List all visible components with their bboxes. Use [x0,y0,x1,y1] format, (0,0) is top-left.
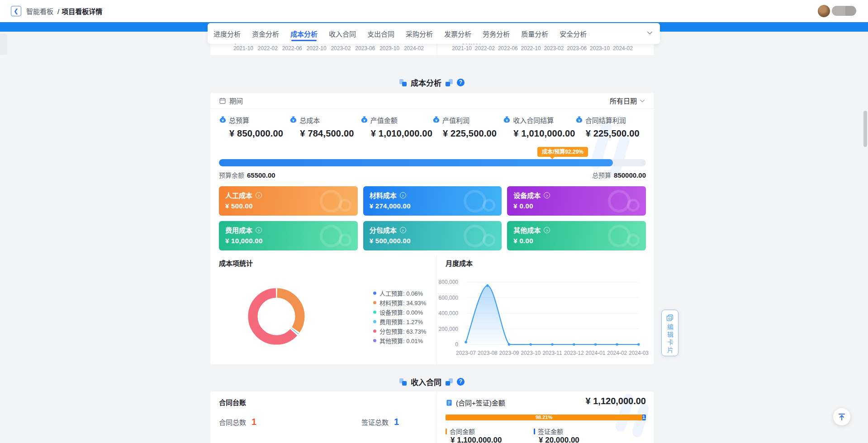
breadcrumb-root[interactable]: 智能看板 [26,8,53,15]
scrollbar-thumb[interactable] [863,111,867,147]
legend-label: 签证金额 [538,427,563,436]
axis-label: 2024-02 [613,45,633,52]
legend-dot [373,311,376,314]
legend-label: 合同金额 [450,427,475,436]
legend-item[interactable]: 费用预算: 1.27% [373,317,426,326]
stat-value: ¥ 1,010,000.00 [371,128,432,139]
cost-card-材料成本[interactable]: 材料成本›¥ 274,000.00 [363,186,502,216]
tab-支出合同[interactable]: 支出合同 [367,24,394,44]
stat-label: 合同结算利润 [585,115,626,125]
user-avatar[interactable] [818,5,830,17]
chevron-down-icon[interactable] [647,29,653,38]
chevron-right-icon[interactable]: › [256,227,262,233]
counter-label: 合同总数 [219,417,246,427]
axis-label: 2023-06 [355,45,375,52]
x-tick-label: 2023-07 [456,350,476,356]
panel-squares-icon [399,378,407,386]
cost-card-设备成本[interactable]: 设备成本›¥ 0.00 [507,186,646,216]
x-tick-label: 2024-03 [629,350,649,356]
help-icon[interactable]: ? [457,378,465,386]
cost-cards-grid: 人工成本›¥ 500.00材料成本›¥ 274,000.00设备成本›¥ 0.0… [219,186,646,250]
bar-segment: 98.21% [446,415,642,420]
project-dashboard-screen: ❮ 智能看板/项目看板详情 0 800,000 2021-102022-0220… [0,0,868,443]
edit-card-label: 编辑卡片 [665,324,674,354]
line-chart-title: 月度成本 [446,258,473,268]
analysis-tab-bar: 进度分析资金分析成本分析收入合同支出合同采购分析发票分析劳务分析质量分析安全分析 [208,23,660,44]
stat-label: 产值金额 [370,115,398,125]
edit-card-button[interactable]: 编辑卡片 [661,310,678,356]
stat-收入合同结算: ¥收入合同结算¥ 1,010,000.00 [503,115,575,139]
help-icon[interactable]: ? [457,79,465,86]
chevron-right-icon[interactable]: › [400,227,406,233]
legend-item[interactable]: 分包预算: 63.73% [373,326,426,336]
chevron-right-icon[interactable]: › [400,192,406,198]
chevron-down-icon [640,98,645,104]
tab-成本分析[interactable]: 成本分析 [290,24,318,44]
period-label-group: 期间 [219,96,243,105]
period-label: 期间 [229,96,243,105]
coins-icon [608,225,631,247]
axis-label: 2021-10 [452,45,472,52]
back-button[interactable]: ❮ [11,6,21,16]
tab-质量分析[interactable]: 质量分析 [521,24,548,44]
monthly-cost-line-chart [462,277,640,347]
amount-legend-value: ¥ 1,100,000.00 [451,436,502,443]
cost-card-title: 人工成本 [225,190,252,200]
tab-劳务分析[interactable]: 劳务分析 [483,24,510,44]
budget-progress-bar [219,159,646,166]
legend-item[interactable]: 材料预算: 34.93% [373,298,426,307]
cost-card-费用成本[interactable]: 费用成本›¥ 10,000.00 [219,221,358,250]
tab-采购分析[interactable]: 采购分析 [406,24,433,44]
stat-总预算: ¥总预算¥ 850,000.00 [219,115,289,139]
cost-card-其他成本[interactable]: 其他成本›¥ 0.00 [507,221,646,250]
stat-label: 总预算 [229,115,249,125]
stat-value: ¥ 850,000.00 [229,128,289,139]
tab-进度分析[interactable]: 进度分析 [213,24,241,44]
stat-产值金额: ¥产值金额¥ 1,010,000.00 [360,115,432,139]
tab-发票分析[interactable]: 发票分析 [444,24,471,44]
tab-安全分析[interactable]: 安全分析 [560,24,587,44]
svg-text:¥: ¥ [578,118,580,122]
axis-label: 2023-02 [544,45,564,52]
axis-label: 2024-02 [404,45,424,52]
top-bar: ❮ 智能看板/项目看板详情 [0,0,868,22]
breadcrumb: 智能看板/项目看板详情 [26,6,102,16]
cost-card-title: 其他成本 [513,225,541,235]
svg-text:¥: ¥ [293,118,295,122]
username-pill[interactable] [832,6,856,16]
stats-row: ¥总预算¥ 850,000.00¥总成本¥ 784,500.00¥产值金额¥ 1… [219,115,646,139]
person-icon [320,190,342,212]
legend-item[interactable]: 其他预算: 0.01% [373,336,426,345]
stat-value: ¥ 1,010,000.00 [513,128,575,139]
panel-squares-icon [399,79,407,86]
breadcrumb-current: 项目看板详情 [62,8,102,15]
cost-card-title: 材料成本 [370,190,397,200]
tab-资金分析[interactable]: 资金分析 [252,24,279,44]
legend-label: 费用预算: 1.27% [379,317,423,326]
y-tick-label: 600,000 [436,295,458,301]
legend-dot [373,339,376,342]
legend-marker [534,429,535,434]
svg-text:¥: ¥ [363,118,365,122]
cost-card-分包成本[interactable]: 分包成本›¥ 500,000.00 [363,221,502,250]
counter-label: 签证总数 [361,417,389,427]
chevron-right-icon[interactable]: › [256,192,262,198]
cost-analysis-panel: 期间 所有日期 ¥总预算¥ 850,000.00¥总成本¥ 784,500.00… [210,93,654,364]
chevron-right-icon[interactable]: › [544,192,550,198]
crane-icon [608,190,631,212]
income-contract-panel: 合同台账 (合同+签证)金额 ¥ 1,120,000.00 98.21%1.79… [210,391,654,443]
date-filter-dropdown[interactable]: 所有日期 [610,96,645,105]
legend-item[interactable]: 设备预算: 0.00% [373,307,426,317]
cost-card-人工成本[interactable]: 人工成本›¥ 500.00 [219,186,358,216]
document-icon [446,399,453,406]
legend-label: 材料预算: 34.93% [379,298,426,307]
legend-item[interactable]: 人工预算: 0.06% [373,288,426,298]
counter-value: 1 [394,417,399,427]
back-to-top-button[interactable] [833,408,850,425]
chevron-right-icon[interactable]: › [544,227,550,233]
cost-budget-tooltip: 成本/预算92.29% [537,147,588,157]
tab-收入合同[interactable]: 收入合同 [329,24,356,44]
legend-dot [373,330,376,333]
period-row: 期间 所有日期 [210,93,654,109]
amount-stacked-bar: 98.21%1.79% [446,415,646,420]
